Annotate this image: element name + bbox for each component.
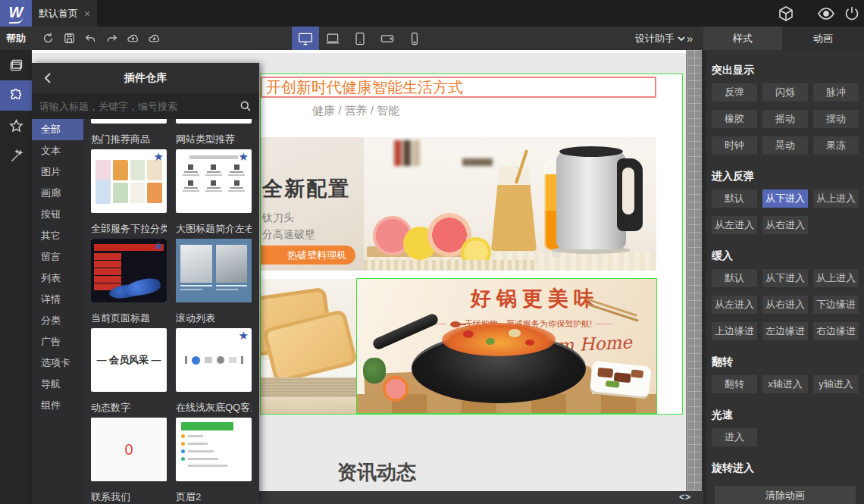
sidebar-item-plugins[interactable] [0, 80, 32, 111]
star-badge-icon[interactable]: ★ [239, 151, 249, 162]
plugin-card[interactable]: ★ [91, 149, 167, 213]
easein-bottom-edge[interactable]: 下边缘进 [813, 296, 859, 314]
wok-banner-image[interactable]: 好锅更美味 无忧购物，至诚服务为你保驾护航! Warm Home [357, 279, 656, 414]
page-tab[interactable]: 默认首页 × [32, 0, 97, 27]
plugin-card[interactable] [176, 239, 252, 302]
plugin-panel-title: 插件仓库 [124, 71, 167, 85]
save-icon[interactable] [63, 32, 76, 45]
flip-y-axis[interactable]: y轴进入 [813, 375, 859, 393]
plugin-item-scroll-list: 滚动列表 ★ [176, 302, 252, 392]
category-all[interactable]: 全部 [32, 119, 83, 140]
search-icon[interactable] [239, 100, 252, 112]
sidebar-item-design-tools[interactable] [0, 141, 32, 171]
kettle-product-image[interactable] [364, 137, 656, 271]
phone-icon[interactable] [401, 27, 428, 50]
easein-right-edge[interactable]: 右边缘进 [813, 322, 859, 340]
search-input[interactable] [39, 101, 239, 112]
more-panels-button[interactable]: » [687, 27, 693, 50]
category-text[interactable]: 文本 [32, 140, 83, 161]
orange-slice [383, 376, 409, 402]
code-icon[interactable]: <> [679, 492, 691, 502]
category-other[interactable]: 其它 [32, 225, 83, 246]
category-image[interactable]: 图片 [32, 161, 83, 183]
anim-flash[interactable]: 闪烁 [762, 83, 808, 102]
tab-style[interactable]: 样式 [703, 27, 782, 50]
power-icon[interactable] [843, 5, 861, 23]
easein-from-top[interactable]: 从上进入 [813, 269, 859, 287]
category-ad[interactable]: 广告 [32, 331, 83, 352]
easein-from-left[interactable]: 从左进入 [712, 296, 757, 314]
banner1-feature1: 钛刀头 [262, 211, 294, 225]
back-chevron-icon[interactable] [41, 70, 56, 86]
easein-from-bottom[interactable]: 从下进入 [762, 269, 808, 287]
clear-animation-button[interactable]: 清除动画 [715, 486, 856, 504]
bouncein-default[interactable]: 默认 [712, 189, 757, 208]
category-list[interactable]: 列表 [32, 268, 83, 289]
category-component[interactable]: 组件 [32, 395, 83, 416]
category-detail[interactable]: 详情 [32, 289, 83, 310]
star-badge-icon[interactable]: ★ [154, 240, 164, 252]
easein-from-right[interactable]: 从右进入 [762, 296, 808, 314]
anim-swing[interactable]: 摆动 [813, 110, 859, 128]
anim-shake[interactable]: 摇动 [762, 110, 808, 128]
bouncein-from-top[interactable]: 从上进入 [813, 189, 859, 208]
laptop-icon[interactable] [319, 27, 346, 50]
page-tab-label: 默认首页 [39, 7, 78, 20]
anim-wobble[interactable]: 晃动 [762, 136, 808, 155]
preview-eye-icon[interactable] [817, 5, 835, 23]
undo-icon[interactable] [84, 32, 97, 45]
category-nav[interactable]: 导航 [32, 374, 83, 395]
plugin-card[interactable]: 0 [91, 418, 167, 481]
anim-pulse[interactable]: 脉冲 [813, 83, 859, 102]
anim-jelly[interactable]: 果冻 [813, 136, 859, 155]
app-logo[interactable]: W [0, 0, 32, 27]
sidebar-item-favorites[interactable] [0, 111, 32, 141]
plugin-card[interactable] [176, 418, 252, 481]
bouncein-from-right[interactable]: 从右进入 [762, 216, 808, 234]
flip[interactable]: 翻转 [712, 375, 757, 393]
tablet-icon[interactable] [346, 27, 374, 50]
headline-text-block[interactable]: 开创新时代健康智能生活方式 [261, 77, 656, 98]
plugin-card[interactable]: ★ [176, 149, 252, 213]
banner1-button[interactable]: 热破壁料理机 [260, 246, 355, 265]
section-title-flip: 翻转 [712, 355, 859, 369]
tab-animation[interactable]: 动画 [782, 27, 864, 50]
cloud-upload-icon[interactable] [127, 32, 139, 45]
lightspeed-in[interactable]: 进入 [712, 428, 757, 446]
subtitle-text[interactable]: 健康 / 营养 / 智能 [312, 104, 399, 118]
toolbar: 帮助 设计助手 » 样式 动画 [0, 27, 864, 50]
desktop-icon[interactable] [292, 27, 319, 50]
bread-image[interactable] [260, 279, 357, 414]
design-assistant-menu[interactable]: 设计助手 [635, 27, 685, 50]
star-badge-icon[interactable]: ★ [154, 151, 164, 162]
anim-rubber[interactable]: 橡胶 [712, 110, 757, 128]
3d-cube-icon[interactable] [777, 5, 795, 23]
canvas-scroll-track[interactable] [686, 50, 702, 491]
category-message[interactable]: 留言 [32, 246, 83, 268]
flip-x-axis[interactable]: x轴进入 [762, 375, 808, 393]
sidebar-item-pages[interactable] [0, 50, 32, 80]
redo-icon[interactable] [105, 32, 118, 45]
phone-landscape-icon[interactable] [374, 27, 401, 50]
star-badge-icon[interactable]: ★ [239, 330, 249, 341]
category-button[interactable]: 按钮 [32, 204, 83, 225]
refresh-icon[interactable] [42, 32, 55, 45]
category-classify[interactable]: 分类 [32, 310, 83, 331]
banner-blender-text[interactable]: 全新配置 钛刀头 分高速破壁 热破壁料理机 [260, 137, 364, 271]
cloud-download-icon[interactable] [148, 32, 161, 45]
close-icon[interactable]: × [84, 8, 90, 20]
plugin-card[interactable]: ★ [176, 328, 252, 392]
easein-default[interactable]: 默认 [712, 269, 757, 287]
bouncein-from-left[interactable]: 从左进入 [712, 216, 757, 234]
category-gallery[interactable]: 画廊 [32, 183, 83, 204]
easein-top-edge[interactable]: 上边缘进 [712, 322, 757, 340]
anim-bounce[interactable]: 反弹 [712, 83, 757, 102]
anim-clock[interactable]: 时钟 [712, 136, 757, 155]
category-tabs[interactable]: 选项卡 [32, 352, 83, 374]
news-section-title[interactable]: 资讯动态 [337, 459, 416, 486]
plugin-card[interactable]: — 会员风采 — [91, 328, 167, 392]
easein-left-edge[interactable]: 左边缘进 [762, 322, 808, 340]
bouncein-from-bottom[interactable]: 从下进入 [762, 189, 808, 208]
help-menu[interactable]: 帮助 [6, 27, 26, 50]
plugin-card[interactable]: ★ [91, 239, 167, 302]
